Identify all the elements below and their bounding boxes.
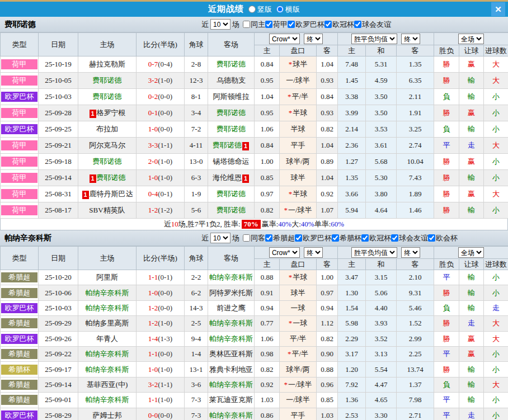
vertical-radio-label: 竖版	[257, 4, 272, 15]
mean-draw-cell: 3.61	[366, 138, 397, 154]
mean-draw-cell: 5.30	[366, 170, 397, 186]
same-venue-filter[interactable]: 同主	[243, 20, 265, 30]
handicap-star: *	[284, 206, 288, 214]
score-cell: 0-0(0-0)	[137, 408, 185, 420]
goals-result-cell: 小	[484, 105, 508, 121]
layout-horizontal-option[interactable]: 横版	[276, 4, 300, 15]
match-row: 希腊超25-09-29帕纳多里高斯1-2(1-0)2-5帕纳辛奈科斯0.77*一…	[1, 316, 508, 331]
team-label: 雅典卡利地亚	[209, 365, 253, 374]
mean-away-cell: 1.46	[397, 202, 434, 219]
league-filter[interactable]: 希腊杯	[332, 233, 361, 243]
score-cell: 1-4(1-3)	[137, 331, 185, 346]
league-filters: 荷甲欧罗巴杯欧冠杯球会友谊	[265, 20, 391, 30]
match-count-select[interactable]: 10	[210, 19, 231, 30]
score-cell: 0-1(0-0)	[137, 105, 185, 121]
layout-vertical-option[interactable]: 竖版	[248, 4, 272, 15]
mean-draw-cell: 5.31	[366, 56, 397, 73]
type-cell: 荷甲	[1, 138, 39, 154]
odds-home-cell: 0.86	[255, 408, 280, 420]
vertical-radio[interactable]	[248, 6, 256, 13]
league-checkbox[interactable]	[265, 234, 272, 242]
league-filter[interactable]: 希腊超	[265, 233, 295, 243]
mean-draw-cell: 5.06	[366, 285, 397, 300]
league-filter[interactable]: 欧罗巴杯	[295, 233, 332, 243]
team-label: 帕纳辛奈科斯	[209, 334, 253, 343]
mean-type-select[interactable]: 胜平负均值	[351, 34, 397, 44]
odds-final-select[interactable]: 终	[304, 247, 323, 258]
home-team: 萨姆士邦	[78, 408, 137, 420]
date-cell: 25-09-25	[39, 121, 78, 138]
league-filter[interactable]: 欧冠杯	[324, 20, 354, 30]
date-cell: 25-09-21	[39, 138, 78, 154]
col-away: 客场	[208, 247, 255, 270]
corner-cell: 13-1	[185, 362, 208, 377]
mean-final-select[interactable]: 终	[401, 34, 420, 44]
handicap-cell: 一/球半	[280, 393, 317, 408]
league-type-badge: 希腊超	[1, 288, 37, 298]
odds-final-select[interactable]: 终	[304, 34, 323, 44]
odds-source-select[interactable]: Crow*	[269, 34, 300, 44]
home-team: 1格罗宁根	[78, 105, 137, 121]
summary-part: 大:	[291, 219, 301, 229]
mean-type-select[interactable]: 胜平负均值	[351, 247, 397, 258]
league-filter[interactable]: 欧冠杯	[361, 233, 391, 243]
match-row: 荷甲25-08-311鹿特丹斯巴达0-4(0-1)1-9费耶诺德0.97*半球0…	[1, 186, 508, 202]
odds-home-cell: 1.00	[255, 154, 280, 170]
date-cell: 25-10-03	[39, 300, 78, 315]
full-match-select[interactable]: 全场	[458, 247, 484, 258]
match-row: 欧罗巴杯25-09-26年青人1-4(1-3)9-4帕纳辛奈科斯1.06平/半0…	[1, 331, 508, 346]
league-checkbox[interactable]	[324, 21, 332, 28]
full-match-select[interactable]: 全场	[458, 34, 484, 44]
match-row: 希腊超25-09-01帕纳辛奈科斯1-1(1-0)7-3莱瓦迪亚克斯1.03一/…	[1, 393, 508, 408]
col-odds-away: 客	[317, 259, 338, 270]
league-checkbox[interactable]	[295, 234, 302, 242]
team-label: 帕纳辛奈科斯	[86, 289, 129, 297]
league-filter[interactable]: 荷甲	[265, 20, 288, 30]
match-row: 希腊杯25-09-17帕纳辛奈科斯1-0(1-0)13-1雅典卡利地亚0.82球…	[1, 362, 508, 377]
section-header: 帕纳辛奈科斯 近 10 场 同客 希腊超欧罗巴杯希腊杯欧冠杯球会友谊欧会杯	[0, 230, 508, 246]
half-score: (1-0)	[158, 173, 172, 182]
recent-results-window: 近期战绩 竖版 横版 ✕ 费耶诺德 近 10 场 同主 荷甲欧罗巴杯欧冠杯球会	[0, 0, 508, 420]
league-checkbox[interactable]	[361, 234, 369, 242]
close-button[interactable]: ✕	[491, 2, 505, 16]
same-venue-filter[interactable]: 同客	[243, 233, 265, 243]
league-filter[interactable]: 欧会杯	[428, 233, 458, 243]
score-cell: 1-1(0-1)	[137, 270, 185, 285]
odds-away-cell: 1.04	[317, 170, 338, 186]
team-label: 费耶诺德	[217, 206, 246, 214]
league-filter[interactable]: 欧罗巴杯	[288, 20, 324, 30]
half-score: (1-0)	[158, 76, 172, 84]
mean-group-header: 胜平负均值 终	[338, 247, 434, 259]
same-venue-checkbox[interactable]	[243, 234, 250, 242]
league-checkbox[interactable]	[428, 234, 435, 242]
full-score: 0-4	[148, 190, 158, 198]
handicap-star: *	[288, 92, 291, 101]
mean-home-cell: 5.98	[338, 316, 366, 331]
same-venue-label: 同主	[251, 20, 265, 30]
league-filter[interactable]: 球会友谊	[391, 233, 428, 243]
type-cell: 欧罗巴杯	[1, 89, 39, 105]
type-cell: 荷甲	[1, 73, 39, 89]
date-cell: 25-09-28	[39, 105, 78, 121]
league-filter[interactable]: 球会友谊	[354, 20, 391, 30]
type-cell: 欧罗巴杯	[1, 121, 39, 138]
same-venue-checkbox[interactable]	[243, 21, 250, 28]
handicap-result-cell: 赢	[459, 331, 484, 346]
league-checkbox[interactable]	[354, 21, 361, 28]
match-count-select[interactable]: 10	[210, 233, 231, 243]
mean-final-select[interactable]: 终	[401, 247, 420, 258]
league-filter-label: 球会友谊	[362, 20, 391, 30]
handicap-cell: 半球	[280, 121, 317, 138]
league-checkbox[interactable]	[332, 234, 339, 242]
full-score: 1-0	[148, 125, 158, 133]
date-cell: 25-09-29	[39, 316, 78, 331]
league-filter-label: 球会友谊	[399, 233, 428, 243]
odds-source-select[interactable]: Crow*	[269, 247, 300, 258]
full-score: 2-0	[148, 157, 158, 166]
league-checkbox[interactable]	[391, 234, 398, 242]
mean-away-cell: 1.89	[397, 186, 434, 202]
league-checkbox[interactable]	[265, 21, 272, 28]
horizontal-radio[interactable]	[276, 6, 284, 13]
odds-away-cell: 1.04	[317, 56, 338, 73]
league-checkbox[interactable]	[288, 21, 295, 28]
